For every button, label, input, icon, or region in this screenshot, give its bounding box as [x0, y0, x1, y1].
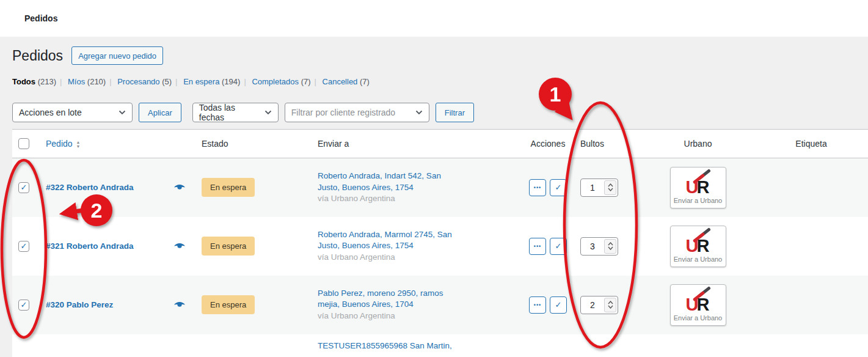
etiqueta-cell — [754, 276, 868, 334]
bultos-stepper[interactable] — [580, 237, 618, 256]
more-actions-button[interactable]: ••• — [529, 296, 546, 314]
row-checkbox[interactable]: ✓ — [18, 241, 29, 252]
ship-address-link[interactable]: Justo, Buenos Aires, 1754 — [318, 183, 414, 192]
shipping-method: vía Urbano Argentina — [318, 193, 524, 205]
chevron-down-icon — [264, 110, 272, 115]
filter-en-espera[interactable]: En espera (194) — [183, 77, 240, 86]
filter-button[interactable]: Filtrar — [436, 103, 474, 122]
page-heading-row: Pedidos Agregar nuevo pedido — [12, 46, 868, 65]
list-toolbar: Acciones en lote Aplicar Todas las fecha… — [12, 103, 868, 122]
urbano-logo-icon: UR — [681, 171, 715, 196]
top-admin-bar: Pedidos — [0, 0, 868, 37]
admin-bar-title: Pedidos — [24, 13, 57, 23]
ship-address-link[interactable]: Roberto Andrada, Indart 542, San — [318, 171, 441, 180]
table-row: TESTUSER1855965968 San Martin, — [12, 334, 868, 357]
bulk-actions-select[interactable]: Acciones en lote — [12, 103, 133, 122]
chevron-down-icon — [415, 110, 423, 115]
orders-table: Pedido▲▼ Estado Enviar a Acciones Bultos… — [12, 129, 868, 357]
bultos-stepper[interactable] — [580, 178, 618, 197]
sort-by-order[interactable]: Pedido — [46, 139, 73, 149]
more-actions-button[interactable]: ••• — [529, 238, 546, 255]
ship-address-link[interactable]: TESTUSER1855965968 San Martin, — [318, 341, 452, 350]
preview-eye-icon[interactable] — [173, 301, 186, 309]
table-row: ✓ #321 Roberto Andrada En espera Roberto… — [12, 217, 868, 276]
header-urbano: Urbano — [641, 130, 754, 158]
table-row: ✓ #322 Roberto Andrada En espera Roberto… — [12, 158, 868, 217]
customer-filter-select[interactable]: Filtrar por cliente registrado — [285, 103, 429, 122]
urbano-logo-icon: UR — [681, 288, 715, 314]
shipping-method: vía Urbano Argentina — [318, 252, 524, 263]
spinner-arrows-icon[interactable] — [604, 239, 616, 254]
send-to-urbano-button[interactable]: UR Enviar a Urbano — [670, 226, 726, 267]
apply-button[interactable]: Aplicar — [139, 103, 181, 122]
add-order-button[interactable]: Agregar nuevo pedido — [71, 46, 163, 65]
order-link[interactable]: #322 Roberto Andrada — [46, 183, 134, 192]
bultos-input[interactable] — [582, 300, 603, 310]
sort-arrows-icon[interactable]: ▲▼ — [76, 141, 81, 149]
preview-eye-icon[interactable] — [173, 183, 186, 191]
filter-procesando[interactable]: Procesando (5) — [117, 77, 172, 86]
etiqueta-cell — [754, 158, 868, 217]
filter-cancelled[interactable]: Cancelled (7) — [323, 77, 370, 86]
row-checkbox[interactable]: ✓ — [18, 182, 29, 193]
header-enviar-a: Enviar a — [310, 130, 524, 158]
table-header-row: Pedido▲▼ Estado Enviar a Acciones Bultos… — [12, 130, 868, 158]
bultos-input[interactable] — [582, 241, 603, 251]
preview-eye-icon[interactable] — [173, 242, 186, 250]
filter-mios[interactable]: Míos (210) — [68, 77, 106, 86]
ship-address-link[interactable]: Justo, Buenos Aires, 1754 — [318, 241, 414, 250]
urbano-logo-icon: UR — [681, 229, 715, 255]
send-to-urbano-button[interactable]: UR Enviar a Urbano — [670, 167, 726, 208]
page-title: Pedidos — [12, 46, 63, 65]
ship-address-link[interactable]: mejia, Buenos Aires, 1704 — [318, 300, 414, 309]
ship-address-link[interactable]: Pablo Perez, moreno 2950, ramos — [318, 289, 443, 298]
status-badge: En espera — [202, 237, 255, 256]
bultos-input[interactable] — [582, 183, 603, 193]
filter-todos[interactable]: Todos (213) — [12, 77, 56, 86]
order-link[interactable]: #320 Pablo Perez — [46, 300, 113, 309]
ship-address-link[interactable]: Roberto Andrada, Marmol 2745, San — [318, 230, 452, 239]
dates-select[interactable]: Todas las fechas — [192, 103, 279, 122]
header-bultos: Bultos — [572, 130, 641, 158]
table-row: ✓ #320 Pablo Perez En espera Pablo Perez… — [12, 276, 868, 334]
status-badge: En espera — [202, 295, 255, 314]
filter-completados[interactable]: Completados (7) — [252, 77, 310, 86]
row-checkbox[interactable]: ✓ — [18, 300, 29, 311]
order-link[interactable]: #321 Roberto Andrada — [46, 241, 134, 251]
status-badge: En espera — [202, 178, 255, 197]
spinner-arrows-icon[interactable] — [604, 298, 616, 312]
shipping-method: vía Urbano Argentina — [318, 311, 524, 322]
more-actions-button[interactable]: ••• — [529, 179, 546, 196]
bultos-stepper[interactable] — [580, 296, 618, 314]
etiqueta-cell — [754, 217, 868, 276]
send-to-urbano-button[interactable]: UR Enviar a Urbano — [670, 284, 726, 326]
header-etiqueta: Etiqueta — [754, 130, 868, 158]
complete-action-button[interactable]: ✓ — [550, 179, 567, 196]
spinner-arrows-icon[interactable] — [604, 180, 616, 195]
status-filter-list: Todos (213)| Míos (210)| Procesando (5)|… — [12, 77, 868, 86]
complete-action-button[interactable]: ✓ — [550, 238, 567, 255]
complete-action-button[interactable]: ✓ — [550, 296, 567, 314]
chevron-down-icon — [119, 110, 126, 115]
header-acciones: Acciones — [524, 130, 572, 158]
header-estado: Estado — [194, 130, 310, 158]
select-all-checkbox[interactable] — [18, 138, 29, 149]
